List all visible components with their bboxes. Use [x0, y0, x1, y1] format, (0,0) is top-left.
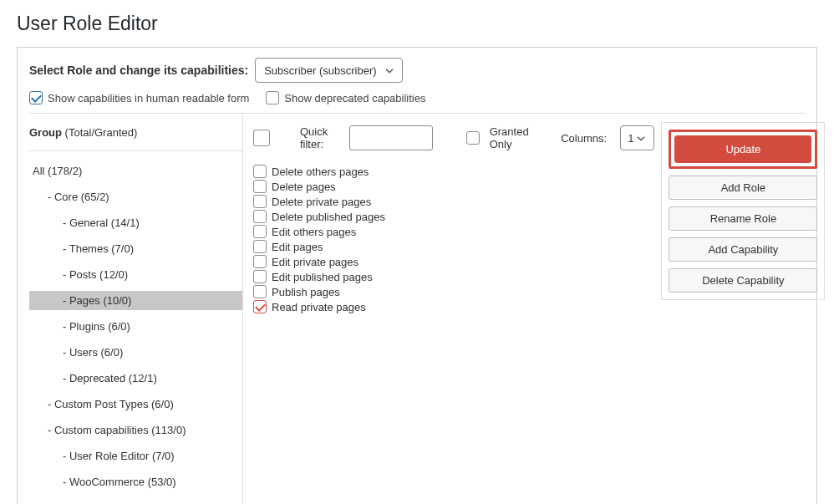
sidebar-item: All (178/2) — [29, 158, 242, 184]
role-select[interactable]: Subscriber (subscriber) — [255, 58, 402, 83]
group-sidebar: Group (Total/Granted) All (178/2)Core (6… — [29, 114, 242, 504]
capability-label: Edit private pages — [272, 256, 359, 268]
quick-filter-input[interactable] — [349, 125, 433, 150]
capability-label: Edit pages — [272, 241, 323, 253]
sidebar-item: User Role Editor (7/0) — [29, 443, 242, 469]
actions-box: Update Add Role Rename Role Add Capabili… — [661, 122, 825, 300]
add-capability-button[interactable]: Add Capability — [669, 237, 817, 262]
capability-row[interactable]: Delete pages — [253, 179, 654, 194]
deprecated-label: Show deprecated capabilities — [284, 92, 425, 104]
sidebar-item: Core (2/0) — [29, 495, 242, 504]
capability-checkbox[interactable] — [253, 255, 267, 268]
chevron-down-icon — [385, 64, 394, 76]
select-role-label: Select Role and change its capabilities: — [29, 64, 248, 77]
granted-only-label: Granted Only — [490, 125, 529, 150]
top-bar: Select Role and change its capabilities:… — [29, 58, 805, 83]
content-column: Quick filter: Granted Only Columns: 1 — [242, 114, 825, 504]
sidebar-item: Core (65/2) — [29, 184, 242, 210]
delete-capability-button[interactable]: Delete Capability — [669, 268, 817, 293]
capability-row[interactable]: Edit pages — [253, 239, 654, 254]
sidebar-link[interactable]: Users (6/0) — [29, 343, 242, 362]
sidebar-link[interactable]: Custom capabilities (113/0) — [29, 420, 242, 440]
capability-row[interactable]: Read private pages — [253, 299, 654, 314]
sidebar-item: WooCommerce (53/0) — [29, 469, 242, 495]
sidebar-link[interactable]: Plugins (6/0) — [29, 317, 242, 336]
capability-row[interactable]: Publish pages — [253, 284, 654, 299]
capability-checkbox[interactable] — [253, 180, 267, 193]
capability-checkbox[interactable] — [253, 165, 267, 178]
checkbox-icon — [466, 131, 480, 145]
capability-label: Edit others pages — [272, 226, 356, 238]
capability-row[interactable]: Edit others pages — [253, 224, 654, 239]
group-heading-bold: Group — [29, 126, 62, 139]
deprecated-toggle[interactable]: Show deprecated capabilities — [266, 91, 425, 104]
capability-checkbox[interactable] — [253, 270, 267, 283]
checkbox-icon — [266, 91, 279, 104]
capability-checkbox[interactable] — [253, 210, 267, 223]
sidebar-item: Pages (10/0) — [29, 288, 242, 313]
sidebar-link[interactable]: Themes (7/0) — [29, 239, 242, 258]
group-tree: All (178/2)Core (65/2)General (14/1)Them… — [29, 150, 242, 504]
sidebar-item: Users (6/0) — [29, 339, 242, 365]
sidebar-link[interactable]: All (178/2) — [29, 161, 242, 181]
sidebar-item: General (14/1) — [29, 210, 242, 236]
sidebar-item: Custom capabilities (113/0) — [29, 417, 242, 443]
capability-label: Read private pages — [272, 301, 366, 313]
actions-column: Update Add Role Rename Role Add Capabili… — [654, 122, 825, 504]
editor-panel: Select Role and change its capabilities:… — [17, 47, 817, 504]
select-all-checkbox[interactable] — [253, 130, 270, 146]
capability-checkbox[interactable] — [253, 300, 267, 313]
chevron-down-icon — [637, 131, 645, 144]
sidebar-link[interactable]: General (14/1) — [29, 213, 242, 232]
sidebar-link[interactable]: Custom Post Types (6/0) — [29, 395, 242, 414]
capability-label: Delete published pages — [272, 211, 385, 223]
capability-row[interactable]: Delete others pages — [253, 164, 654, 179]
capability-checkbox[interactable] — [253, 225, 267, 238]
sidebar-link[interactable]: Core (2/0) — [29, 498, 242, 504]
capability-row[interactable]: Edit private pages — [253, 254, 654, 269]
capability-label: Edit published pages — [272, 271, 373, 283]
capability-checkbox[interactable] — [253, 285, 267, 298]
sidebar-link[interactable]: Posts (12/0) — [29, 265, 242, 284]
rename-role-button[interactable]: Rename Role — [669, 206, 817, 231]
sidebar-item: Custom Post Types (6/0) — [29, 391, 242, 417]
role-select-value: Subscriber (subscriber) — [264, 64, 376, 77]
sidebar-link[interactable]: Pages (10/0) — [29, 291, 242, 310]
capability-checkbox[interactable] — [253, 195, 267, 208]
capability-label: Delete pages — [272, 181, 336, 193]
add-role-button[interactable]: Add Role — [669, 176, 817, 200]
capability-label: Delete private pages — [272, 196, 371, 208]
sidebar-item: Deprecated (12/1) — [29, 365, 242, 391]
filter-row: Quick filter: Granted Only Columns: 1 — [253, 122, 654, 159]
human-readable-label: Show capabilities in human readable form — [48, 92, 249, 104]
human-readable-toggle[interactable]: Show capabilities in human readable form — [29, 91, 249, 104]
columns-label: Columns: — [561, 132, 607, 145]
group-heading: Group (Total/Granted) — [29, 122, 242, 150]
capability-label: Publish pages — [272, 286, 340, 298]
granted-only-toggle[interactable]: Granted Only — [466, 125, 529, 150]
page-title: User Role Editor — [17, 13, 817, 35]
columns-value: 1 — [628, 132, 633, 145]
sidebar-item: Posts (12/0) — [29, 262, 242, 288]
group-heading-light: (Total/Granted) — [62, 126, 137, 139]
capabilities-list: Delete others pagesDelete pagesDelete pr… — [253, 164, 654, 314]
sidebar-link[interactable]: Core (65/2) — [29, 187, 242, 206]
quick-filter-label: Quick filter: — [300, 125, 336, 150]
columns-select[interactable]: 1 — [620, 125, 654, 150]
capability-checkbox[interactable] — [253, 240, 267, 253]
capabilities-area: Quick filter: Granted Only Columns: 1 — [253, 122, 654, 504]
checkbox-icon — [29, 91, 43, 104]
capability-row[interactable]: Delete published pages — [253, 209, 654, 224]
sidebar-link[interactable]: User Role Editor (7/0) — [29, 446, 242, 466]
update-button[interactable]: Update — [674, 135, 811, 163]
sidebar-item: Themes (7/0) — [29, 236, 242, 262]
capability-label: Delete others pages — [272, 165, 369, 178]
sidebar-item: Plugins (6/0) — [29, 313, 242, 339]
capability-row[interactable]: Delete private pages — [253, 194, 654, 209]
update-highlight: Update — [669, 130, 817, 169]
display-options: Show capabilities in human readable form… — [29, 91, 805, 114]
capability-row[interactable]: Edit published pages — [253, 269, 654, 284]
sidebar-link[interactable]: WooCommerce (53/0) — [29, 472, 242, 491]
sidebar-link[interactable]: Deprecated (12/1) — [29, 369, 242, 388]
